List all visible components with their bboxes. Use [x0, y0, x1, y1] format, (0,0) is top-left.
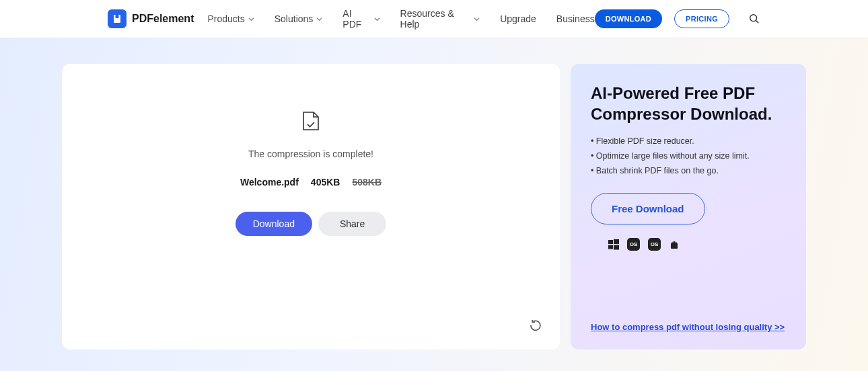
share-button[interactable]: Share [318, 212, 386, 236]
top-header: PDFelement Products Solutions AI PDF Res… [0, 0, 868, 38]
svg-point-10 [675, 241, 676, 243]
svg-rect-7 [614, 245, 619, 249]
file-info: Welcome.pdf 405KB 508KB [240, 177, 382, 188]
promo-bullet: • Flexible PDF size reducer. [591, 136, 786, 146]
chevron-down-icon [474, 16, 480, 22]
promo-bullet: • Optimize large files without any size … [591, 151, 786, 161]
chevron-down-icon [248, 16, 254, 22]
reset-icon[interactable] [529, 319, 542, 335]
free-download-button[interactable]: Free Download [591, 193, 705, 224]
nav-label: Upgrade [500, 13, 536, 24]
nav-upgrade[interactable]: Upgrade [500, 13, 536, 24]
brand-logo[interactable]: PDFelement [108, 9, 194, 28]
svg-point-2 [750, 15, 757, 22]
nav-resources[interactable]: Resources & Help [400, 8, 480, 30]
chevron-down-icon [316, 16, 322, 22]
svg-rect-4 [608, 240, 613, 244]
svg-rect-8 [671, 243, 678, 249]
action-buttons: Download Share [236, 212, 387, 236]
svg-rect-5 [614, 239, 619, 244]
compression-result-card: The compression is complete! Welcome.pdf… [62, 64, 560, 349]
file-new-size: 405KB [311, 177, 340, 188]
nav-ai-pdf[interactable]: AI PDF [342, 8, 379, 30]
svg-rect-6 [608, 245, 613, 249]
complete-message: The compression is complete! [248, 149, 373, 159]
chevron-down-icon [374, 16, 380, 22]
download-button[interactable]: Download [236, 212, 312, 236]
android-icon [669, 239, 680, 250]
file-old-size: 508KB [352, 177, 382, 188]
search-icon[interactable] [748, 13, 760, 25]
howto-link[interactable]: How to compress pdf without losing quali… [591, 322, 786, 332]
brand-name: PDFelement [132, 13, 194, 25]
nav-label: Resources & Help [400, 8, 471, 30]
macos-icon: OS [627, 238, 640, 251]
logo-icon [108, 9, 126, 28]
header-actions: DOWNLOAD PRICING [595, 9, 760, 28]
platform-icons: OS OS [608, 238, 786, 251]
nav-label: Products [207, 13, 244, 24]
nav-business[interactable]: Business [556, 13, 595, 24]
promo-title: AI-Powered Free PDF Compressor Download. [591, 83, 786, 124]
promo-bullets: • Flexible PDF size reducer. • Optimize … [591, 136, 786, 175]
nav-label: AI PDF [342, 8, 370, 30]
svg-point-9 [672, 241, 674, 243]
nav-label: Business [556, 13, 595, 24]
windows-icon [608, 239, 619, 250]
document-check-icon [302, 111, 320, 134]
main-body: The compression is complete! Welcome.pdf… [0, 38, 868, 371]
promo-bullet: • Batch shrink PDF files on the go. [591, 166, 786, 175]
header-download-button[interactable]: DOWNLOAD [595, 9, 662, 28]
file-name: Welcome.pdf [240, 177, 299, 188]
main-nav: Products Solutions AI PDF Resources & He… [207, 8, 594, 30]
header-pricing-button[interactable]: PRICING [674, 9, 729, 28]
nav-products[interactable]: Products [207, 13, 254, 24]
nav-solutions[interactable]: Solutions [275, 13, 323, 24]
content-row: The compression is complete! Welcome.pdf… [62, 64, 806, 371]
svg-rect-1 [116, 15, 119, 18]
svg-line-3 [756, 21, 759, 24]
nav-label: Solutions [275, 13, 314, 24]
ios-icon: OS [648, 238, 661, 251]
promo-card: AI-Powered Free PDF Compressor Download.… [571, 64, 806, 349]
